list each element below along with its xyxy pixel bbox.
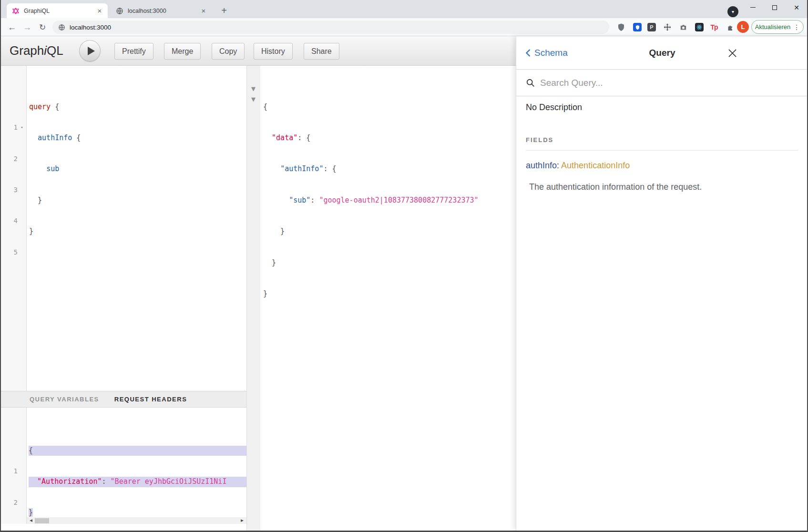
forward-icon[interactable]: →	[21, 21, 33, 33]
doc-no-description: No Description	[526, 102, 798, 113]
tab-request-headers[interactable]: REQUEST HEADERS	[114, 396, 187, 403]
gutter-fold-icon[interactable]: ▾	[18, 123, 26, 133]
tab-query-variables[interactable]: QUERY VARIABLES	[30, 396, 99, 403]
secondary-editor-titlebar: QUERY VARIABLES REQUEST HEADERS	[0, 391, 246, 408]
scroll-left-icon[interactable]: ◂	[28, 517, 34, 524]
globe-icon	[116, 7, 123, 15]
query-editor[interactable]: 1▾ 2 3 4 5 query { authInfo { sub } }	[0, 66, 246, 391]
doc-field-name-link[interactable]: authInfo	[526, 161, 557, 170]
doc-body: No Description FIELDS authInfo: Authenti…	[516, 102, 808, 192]
new-tab-button[interactable]: +	[217, 4, 231, 17]
result-fold-gutter: ▼ ▼	[247, 66, 260, 531]
bitwarden-extension-icon[interactable]	[633, 22, 642, 32]
p-extension-icon[interactable]: P	[647, 22, 656, 32]
headers-editor-gutter: 1 2 3	[0, 408, 27, 524]
back-icon[interactable]: ←	[6, 21, 18, 33]
browser-tab-localhost[interactable]: localhost:3000 ×	[111, 3, 212, 18]
more-menu-icon[interactable]: ⋮	[793, 23, 800, 31]
chevron-left-icon	[525, 49, 531, 57]
address-bar[interactable]: localhost:3000	[52, 20, 609, 34]
history-button[interactable]: History	[254, 43, 293, 60]
graphql-favicon-icon	[12, 7, 20, 15]
horizontal-scrollbar[interactable]: ◂ ▸	[27, 517, 246, 524]
query-code: query { authInfo { sub } }	[27, 66, 246, 258]
browser-titlebar: GraphiQL × localhost:3000 × + ▾ ✕	[0, 0, 808, 18]
camera-extension-icon[interactable]	[678, 22, 688, 32]
graphiql-logo: GraphiQL	[10, 43, 63, 58]
maximize-icon	[772, 5, 777, 10]
doc-close-button[interactable]	[726, 47, 738, 59]
update-button[interactable]: Aktualisieren ⋮	[751, 20, 804, 34]
maximize-button[interactable]	[764, 0, 786, 15]
tab-close-icon[interactable]: ×	[95, 7, 104, 15]
graphiql-topbar: GraphiQL Prettify Merge Copy History Sha…	[0, 36, 516, 66]
close-icon	[728, 49, 737, 58]
share-button[interactable]: Share	[304, 43, 339, 60]
search-icon	[526, 78, 535, 88]
tab-title: localhost:3000	[128, 8, 199, 14]
move-tool-extension-icon[interactable]	[663, 22, 672, 32]
result-pane: ▼ ▼ { "data": { "authInfo": { "sub": "go…	[246, 66, 516, 531]
doc-back-link[interactable]: Schema	[525, 48, 568, 58]
react-devtools-extension-icon[interactable]	[695, 22, 704, 32]
profile-avatar[interactable]: L	[737, 21, 749, 33]
doc-title: Query	[649, 48, 675, 58]
globe-icon	[58, 24, 65, 31]
doc-explorer-header: Schema Query	[516, 36, 808, 70]
tp-extension-icon[interactable]: Tp	[709, 22, 719, 32]
fold-down-icon[interactable]: ▼	[251, 84, 256, 94]
doc-search-input[interactable]	[540, 78, 740, 88]
doc-search-row	[516, 70, 808, 96]
tab-search-icon[interactable]: ▾	[727, 6, 738, 17]
scrollbar-thumb[interactable]	[35, 518, 49, 523]
play-icon	[88, 47, 95, 55]
doc-back-label: Schema	[534, 48, 568, 58]
query-editor-gutter: 1▾ 2 3 4 5	[0, 66, 27, 391]
doc-field-description: The authentication information of the re…	[526, 182, 798, 192]
prettify-button[interactable]: Prettify	[114, 43, 153, 60]
doc-field-type-link[interactable]: AuthenticationInfo	[561, 161, 630, 170]
merge-button[interactable]: Merge	[164, 43, 201, 60]
address-url: localhost:3000	[70, 24, 111, 31]
window-border-left	[0, 0, 1, 532]
tab-close-icon[interactable]: ×	[199, 7, 208, 15]
update-button-label: Aktualisieren	[755, 23, 790, 31]
request-headers-editor[interactable]: 1 2 3 { "Authorization": "Bearer eyJhbGc…	[0, 408, 246, 524]
close-window-button[interactable]: ✕	[786, 0, 808, 15]
doc-explorer-panel: Schema Query No Description FIELDS authI…	[516, 36, 808, 531]
fold-down-icon[interactable]: ▼	[251, 94, 256, 105]
ublock-extension-icon[interactable]	[616, 22, 626, 32]
minimize-icon	[750, 7, 756, 8]
tab-title: GraphiQL	[24, 8, 95, 14]
reload-icon[interactable]: ↻	[36, 21, 49, 33]
execute-query-button[interactable]	[79, 40, 101, 61]
close-icon: ✕	[794, 4, 799, 11]
browser-tab-graphiql[interactable]: GraphiQL ×	[7, 3, 108, 18]
doc-field-row: authInfo: AuthenticationInfo	[526, 161, 798, 171]
headers-code: { "Authorization": "Bearer eyJhbGciOiJSU…	[27, 408, 246, 524]
doc-divider	[526, 150, 798, 151]
extensions-puzzle-icon[interactable]	[726, 22, 735, 32]
copy-button[interactable]: Copy	[212, 43, 245, 60]
minimize-button[interactable]	[742, 0, 764, 15]
scroll-right-icon[interactable]: ▸	[239, 517, 245, 524]
doc-fields-header: FIELDS	[526, 136, 798, 143]
result-json: { "data": { "authInfo": { "sub": "google…	[260, 66, 516, 320]
query-column: 1▾ 2 3 4 5 query { authInfo { sub } } QU…	[0, 66, 246, 531]
